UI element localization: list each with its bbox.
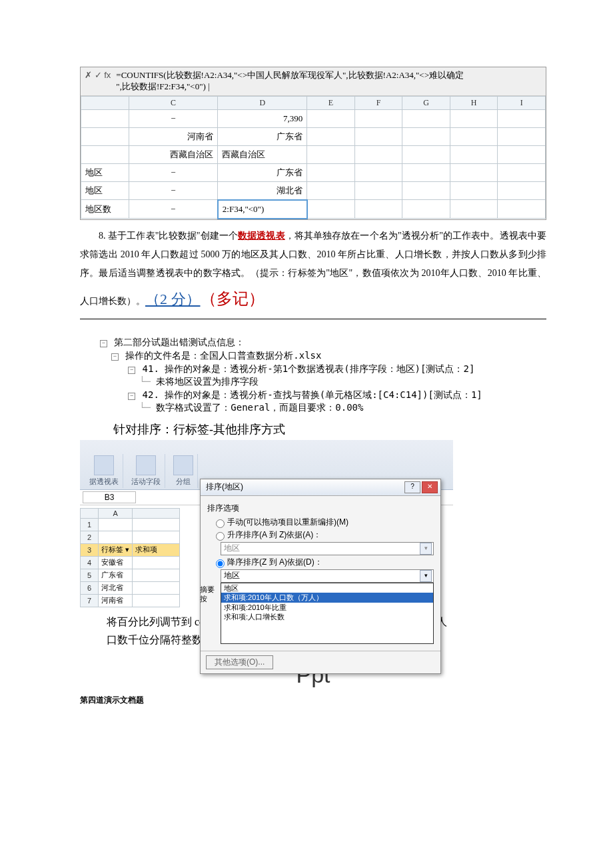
editing-cell[interactable]: 2:F34,"<0")	[218, 200, 307, 219]
formula-text[interactable]: =COUNTIFS(比较数据!A2:A34,"<>中国人民解放军现役军人",比较…	[116, 70, 542, 93]
col-header-e[interactable]: E	[307, 96, 355, 109]
sort-dialog: 排序(地区) ? ✕ 排序选项 手动(可以拖动项目以重新编排)(M) 升序排序(…	[200, 479, 441, 674]
excel-formula-screenshot: ✗ ✓ fx =COUNTIFS(比较数据!A2:A34,"<>中国人民解放军现…	[80, 67, 546, 220]
formula-bar-buttons[interactable]: ✗ ✓ fx	[85, 70, 111, 80]
col-header-g[interactable]: G	[402, 96, 450, 109]
score-text: （2 分）	[145, 291, 201, 307]
table-row: 地区数 − 2:F34,"<0")	[81, 200, 546, 219]
field-icon	[136, 455, 156, 475]
opt-desc[interactable]: 降序排序(Z 到 A)依据(D)：	[213, 557, 434, 568]
chevron-down-icon[interactable]: ▾	[420, 543, 432, 555]
close-button[interactable]: ✕	[422, 481, 438, 493]
radio-desc[interactable]	[216, 559, 225, 568]
sort-options-label: 排序选项	[207, 503, 434, 514]
filter-icon[interactable]: ▾	[125, 545, 129, 553]
asc-combo[interactable]: 地区▾	[221, 542, 434, 555]
table-row: 西藏自治区 西藏自治区	[81, 145, 546, 163]
rownum[interactable]: 3	[81, 543, 99, 556]
col-header-c[interactable]: C	[129, 96, 218, 109]
table-row: 地区 − 湖北省	[81, 181, 546, 200]
col-a-header[interactable]: A	[99, 508, 133, 518]
dialog-title: 排序(地区)	[206, 481, 243, 493]
sort-field-dropdown[interactable]: 摘要 按 地区 求和项:2010年人口数（万人） 求和项:2010年比重 求和项…	[221, 583, 434, 644]
error-tree-block: − 第二部分试题出错测试点信息： − 操作的文件名是：全国人口普查数据分析.xl…	[80, 319, 546, 417]
formula-line2: ",比较数据!F2:F34,"<0") |	[116, 81, 209, 91]
province-cell[interactable]: 广东省	[99, 569, 133, 581]
province-cell[interactable]: 河南省	[99, 594, 133, 607]
rownum[interactable]: 6	[81, 581, 99, 594]
province-cell[interactable]: 安徽省	[99, 556, 133, 569]
table-row: 地区 − 广东省	[81, 163, 546, 181]
chevron-down-icon[interactable]: ▾	[420, 570, 432, 582]
name-box[interactable]: B3	[83, 491, 136, 503]
side-label-summary: 摘要	[200, 585, 215, 594]
sum-label-cell[interactable]: 求和项	[133, 543, 180, 556]
q8-prefix: 8. 基于工作表"比较数据"创建一个	[99, 231, 238, 241]
rownum[interactable]: 2	[81, 531, 99, 543]
col-header-h[interactable]: H	[450, 96, 498, 109]
tree-l5: 42. 操作的对象是：透视分析-查找与替换(单元格区域:[C4:C14])[测试…	[143, 389, 482, 400]
pivot-table-link: 数据透视表	[238, 231, 285, 241]
radio-asc[interactable]	[216, 532, 225, 541]
worksheet-grid: A 1 2 3 行标签 ▾ 求和项 4安徽省 5广东省 6河北省 7河南省	[80, 508, 180, 607]
help-button[interactable]: ?	[404, 481, 420, 493]
pivot-icon	[94, 455, 114, 475]
province-cell[interactable]: 河北省	[99, 581, 133, 594]
table-row: − 7,390	[81, 109, 546, 127]
tree-collapse-icon[interactable]: −	[128, 393, 135, 400]
formula-bar: ✗ ✓ fx =COUNTIFS(比较数据!A2:A34,"<>中国人民解放军现…	[81, 67, 546, 96]
tree-collapse-icon[interactable]: −	[128, 367, 135, 374]
tree-collapse-icon[interactable]: −	[111, 353, 119, 361]
side-label-by: 按	[200, 594, 215, 603]
tree-l6: 数字格式设置了：General，而题目要求：0.00%	[156, 402, 363, 413]
rownum[interactable]: 5	[81, 569, 99, 581]
ribbon-group-group[interactable]: 分组	[169, 454, 198, 488]
col-header-f[interactable]: F	[354, 96, 402, 109]
row-label-cell[interactable]: 行标签 ▾	[99, 543, 133, 556]
question-4-title: 第四道演示文档题	[80, 695, 546, 706]
tree-l4: 未将地区设置为排序字段	[156, 376, 259, 387]
list-item[interactable]: 求和项:2010年比重	[221, 603, 433, 612]
excel-grid: C D E F G H I − 7,390 河南省	[81, 96, 546, 219]
rownum[interactable]: 1	[81, 518, 99, 531]
formula-line1: =COUNTIFS(比较数据!A2:A34,"<>中国人民解放军现役军人",比较…	[116, 70, 464, 80]
dialog-title-bar[interactable]: 排序(地区) ? ✕	[201, 479, 440, 496]
sort-dialog-screenshot: 据透视表 活动字段 分组 B3 A 1 2 3 行标签 ▾ 求和项 4安徽省 5…	[80, 440, 453, 607]
tree-l2: 操作的文件名是：全国人口普查数据分析.xlsx	[125, 350, 321, 361]
rownum[interactable]: 4	[81, 556, 99, 569]
table-row: 河南省 广东省	[81, 127, 546, 145]
tree-collapse-icon[interactable]: −	[100, 340, 107, 347]
list-item[interactable]: 求和项:人口增长数	[221, 612, 433, 621]
tree-l1: 第二部分试题出错测试点信息：	[114, 337, 245, 347]
more-options-button[interactable]: 其他选项(O)...	[206, 655, 273, 669]
opt-manual[interactable]: 手动(可以拖动项目以重新编排)(M)	[213, 517, 434, 528]
ribbon-group-pivot[interactable]: 据透视表	[85, 454, 123, 488]
subheading-sort: 针对排序：行标签-其他排序方式	[113, 421, 546, 437]
col-header-d[interactable]: D	[218, 96, 307, 109]
ribbon-group-active-field[interactable]: 活动字段	[127, 454, 165, 488]
list-item-selected[interactable]: 求和项:2010年人口数（万人）	[221, 593, 433, 602]
radio-manual[interactable]	[216, 519, 225, 528]
rownum[interactable]: 7	[81, 594, 99, 607]
tree-l3: 41. 操作的对象是：透视分析-第1个数据透视表(排序字段：地区)[测试点：2]	[143, 363, 475, 374]
col-header-i[interactable]: I	[498, 96, 546, 109]
desc-combo[interactable]: 地区▾	[221, 569, 434, 583]
question-8-text: 8. 基于工作表"比较数据"创建一个数据透视表，将其单独存放在一个名为"透视分析…	[80, 227, 546, 315]
opt-asc[interactable]: 升序排序(A 到 Z)依据(A)：	[213, 529, 434, 541]
list-item[interactable]: 地区	[221, 583, 433, 593]
note-text: （多记）	[201, 290, 265, 307]
group-icon	[173, 455, 193, 475]
